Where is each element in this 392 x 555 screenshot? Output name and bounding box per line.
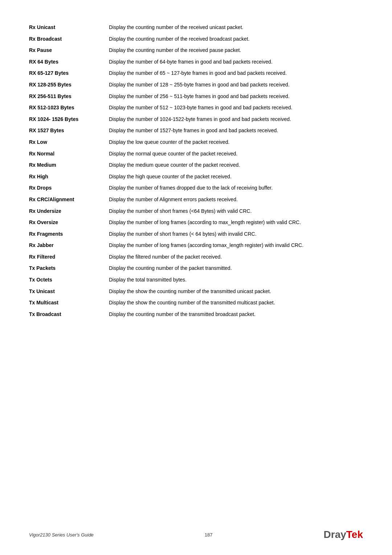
brand-dray: Dray — [324, 529, 346, 540]
table-row: Tx MulticastDisplay the show the countin… — [29, 297, 363, 309]
table-row: Rx CRC/AlignmentDisplay the number of Al… — [29, 194, 363, 206]
desc-cell: Display the number of 64-byte frames in … — [109, 56, 363, 68]
table-row: RX 256-511 BytesDisplay the number of 25… — [29, 91, 363, 102]
term-cell: Rx Jabber — [29, 240, 109, 251]
term-cell: Tx Unicast — [29, 286, 109, 297]
term-cell: Rx Medium — [29, 159, 109, 171]
desc-cell: Display the number of 512 ~ 1023-byte fr… — [109, 102, 363, 114]
desc-cell: Display the total transmitted bytes. — [109, 274, 363, 286]
term-cell: Rx CRC/Alignment — [29, 194, 109, 206]
table-row: Rx UndersizeDisplay the number of short … — [29, 206, 363, 217]
brand-tek: Tek — [346, 529, 363, 540]
desc-cell: Display the number of short frames (< 64… — [109, 228, 363, 240]
term-cell: Tx Broadcast — [29, 309, 109, 320]
term-cell: RX 512-1023 Bytes — [29, 102, 109, 114]
table-row: Rx FragmentsDisplay the number of short … — [29, 228, 363, 240]
term-cell: RX 256-511 Bytes — [29, 91, 109, 102]
desc-cell: Display the counting number of the recei… — [109, 22, 363, 33]
table-row: Rx MediumDisplay the medium queue counte… — [29, 159, 363, 171]
page-container: Rx UnicastDisplay the counting number of… — [0, 0, 392, 555]
table-row: Tx OctetsDisplay the total transmitted b… — [29, 274, 363, 286]
term-cell: Rx Low — [29, 137, 109, 148]
footer-guide-label: Vigor2130 Series User's Guide — [29, 532, 94, 538]
table-row: RX 512-1023 BytesDisplay the number of 5… — [29, 102, 363, 114]
desc-cell: Display the counting number of the packe… — [109, 263, 363, 274]
term-cell: Rx Drops — [29, 182, 109, 194]
term-cell: RX 64 Bytes — [29, 56, 109, 68]
table-row: RX 65-127 BytesDisplay the number of 65 … — [29, 68, 363, 79]
term-cell: RX 1024- 1526 Bytes — [29, 114, 109, 125]
footer-page-number: 187 — [205, 532, 213, 538]
term-cell: RX 128-255 Bytes — [29, 79, 109, 91]
term-cell: Tx Packets — [29, 263, 109, 274]
desc-cell: Display the show the counting number of … — [109, 286, 363, 297]
term-cell: RX 1527 Bytes — [29, 125, 109, 137]
term-cell: Rx Filtered — [29, 251, 109, 263]
desc-cell: Display the counting number of the recei… — [109, 45, 363, 56]
desc-cell: Display the filtered number of the packe… — [109, 251, 363, 263]
table-row: Tx PacketsDisplay the counting number of… — [29, 263, 363, 274]
desc-cell: Display the number of 256 ~ 511-byte fra… — [109, 91, 363, 102]
term-cell: Rx Broadcast — [29, 33, 109, 45]
term-cell: Rx High — [29, 171, 109, 183]
table-row: Rx PauseDisplay the counting number of t… — [29, 45, 363, 56]
draytek-logo: DrayTek — [324, 529, 363, 540]
table-row: Rx JabberDisplay the number of long fram… — [29, 240, 363, 251]
desc-cell: Display the medium queue counter of the … — [109, 159, 363, 171]
table-row: Rx BroadcastDisplay the counting number … — [29, 33, 363, 45]
desc-cell: Display the number of long frames (accor… — [109, 217, 363, 228]
table-row: Rx OversizeDisplay the number of long fr… — [29, 217, 363, 228]
term-cell: Rx Pause — [29, 45, 109, 56]
table-row: Rx LowDisplay the low queue counter of t… — [29, 137, 363, 148]
desc-cell: Display the number of 1024-1522-byte fra… — [109, 114, 363, 125]
content-table: Rx UnicastDisplay the counting number of… — [29, 22, 363, 320]
desc-cell: Display the number of 65 ~ 127-byte fram… — [109, 68, 363, 79]
table-row: RX 1024- 1526 BytesDisplay the number of… — [29, 114, 363, 125]
footer: Vigor2130 Series User's Guide 187 DrayTe… — [29, 529, 363, 540]
desc-cell: Display the number of 1527-byte frames i… — [109, 125, 363, 137]
desc-cell: Display the number of Alignment errors p… — [109, 194, 363, 206]
desc-cell: Display the number of short frames (<64 … — [109, 206, 363, 217]
term-cell: Rx Unicast — [29, 22, 109, 33]
term-cell: Tx Octets — [29, 274, 109, 286]
table-row: Rx NormalDisplay the normal queue counte… — [29, 148, 363, 160]
table-row: Tx BroadcastDisplay the counting number … — [29, 309, 363, 320]
desc-cell: Display the normal queue counter of the … — [109, 148, 363, 160]
term-cell: Rx Oversize — [29, 217, 109, 228]
term-cell: Rx Normal — [29, 148, 109, 160]
desc-cell: Display the counting number of the recei… — [109, 33, 363, 45]
term-cell: Rx Fragments — [29, 228, 109, 240]
term-cell: RX 65-127 Bytes — [29, 68, 109, 79]
desc-cell: Display the number of frames dropped due… — [109, 182, 363, 194]
table-row: RX 1527 BytesDisplay the number of 1527-… — [29, 125, 363, 137]
desc-cell: Display the number of 128 ~ 255-byte fra… — [109, 79, 363, 91]
desc-cell: Display the number of long frames (accor… — [109, 240, 363, 251]
table-row: RX 128-255 BytesDisplay the number of 12… — [29, 79, 363, 91]
term-cell: Rx Undersize — [29, 206, 109, 217]
term-cell: Tx Multicast — [29, 297, 109, 309]
desc-cell: Display the low queue counter of the pac… — [109, 137, 363, 148]
desc-cell: Display the show the counting number of … — [109, 297, 363, 309]
desc-cell: Display the counting number of the trans… — [109, 309, 363, 320]
desc-cell: Display the high queue counter of the pa… — [109, 171, 363, 183]
table-row: Rx DropsDisplay the number of frames dro… — [29, 182, 363, 194]
table-row: Rx FilteredDisplay the filtered number o… — [29, 251, 363, 263]
table-row: Rx HighDisplay the high queue counter of… — [29, 171, 363, 183]
table-row: Rx UnicastDisplay the counting number of… — [29, 22, 363, 33]
table-row: Tx UnicastDisplay the show the counting … — [29, 286, 363, 297]
table-row: RX 64 BytesDisplay the number of 64-byte… — [29, 56, 363, 68]
